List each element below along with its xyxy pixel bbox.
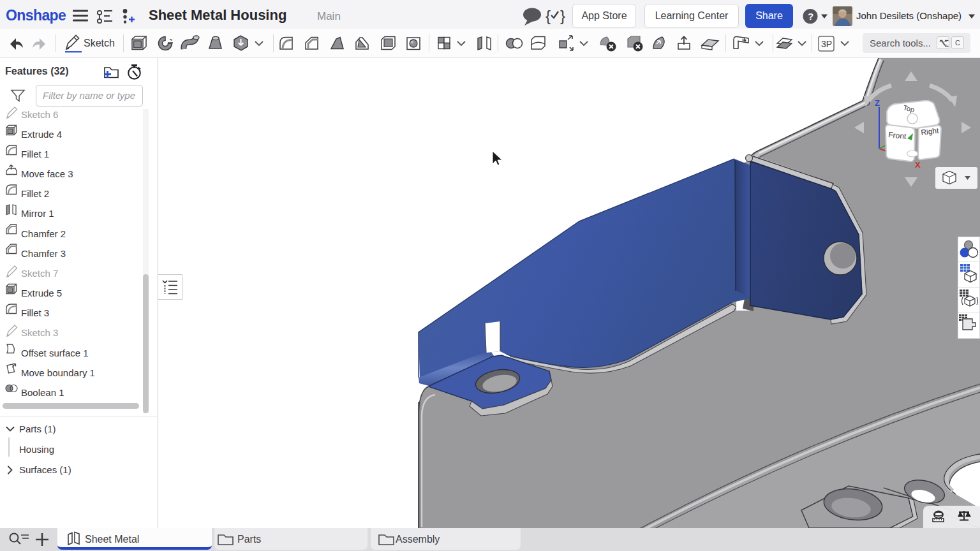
svg-text:Front: Front xyxy=(888,130,907,141)
svg-text:X: X xyxy=(915,160,921,170)
svg-text:Z: Z xyxy=(875,98,880,108)
